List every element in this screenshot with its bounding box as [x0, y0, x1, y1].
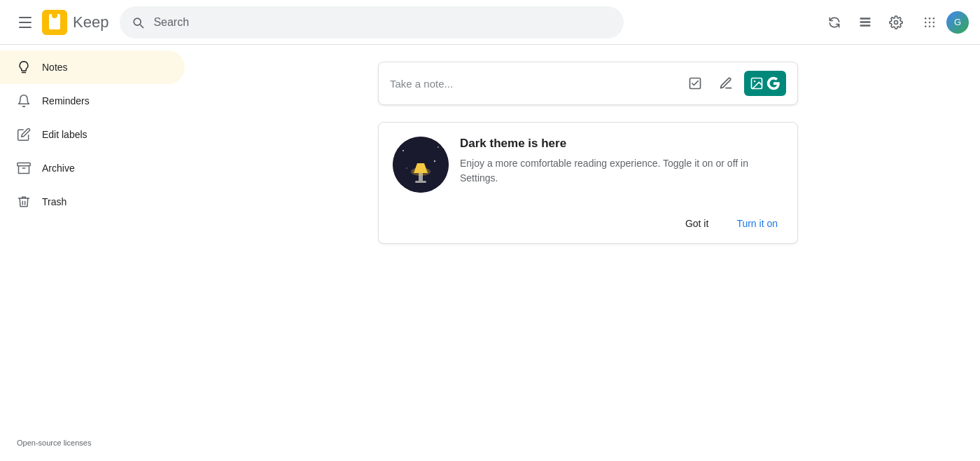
edit-labels-label: Edit labels: [42, 129, 88, 140]
menu-button[interactable]: [11, 8, 39, 36]
app-header: Keep Search: [0, 0, 980, 45]
sidebar-item-archive[interactable]: Archive: [0, 151, 185, 185]
svg-point-20: [754, 81, 756, 83]
svg-point-11: [929, 21, 931, 23]
new-drawing-button[interactable]: [713, 71, 738, 96]
svg-point-24: [434, 160, 435, 162]
note-placeholder: Take a note...: [390, 78, 677, 90]
svg-point-9: [933, 17, 935, 19]
svg-point-22: [402, 150, 404, 151]
svg-rect-28: [415, 181, 426, 183]
svg-point-7: [925, 17, 927, 19]
search-icon: [131, 15, 145, 29]
svg-point-1: [52, 13, 57, 19]
sidebar-item-trash[interactable]: Trash: [0, 185, 185, 219]
dark-theme-card: Dark theme is here Enjoy a more comforta…: [378, 122, 798, 244]
svg-point-14: [929, 25, 931, 27]
card-text: Dark theme is here Enjoy a more comforta…: [460, 137, 783, 193]
header-actions: G: [820, 8, 969, 36]
app-body: Notes Reminders Edit labels: [0, 0, 980, 461]
refresh-icon: [827, 15, 841, 29]
google-apps-button[interactable]: [916, 8, 944, 36]
svg-point-12: [933, 21, 935, 23]
svg-point-15: [933, 25, 935, 27]
settings-button[interactable]: [882, 8, 910, 36]
svg-point-8: [929, 17, 931, 19]
card-content: Dark theme is here Enjoy a more comforta…: [379, 123, 797, 207]
reminders-label: Reminders: [42, 95, 90, 106]
bell-icon: [17, 94, 31, 108]
svg-point-25: [406, 167, 407, 169]
image-icon: [750, 76, 764, 90]
svg-point-29: [411, 167, 430, 176]
edit-icon: [17, 128, 31, 142]
draw-icon: [719, 76, 733, 90]
app-title: Keep: [73, 13, 108, 32]
lightbulb-icon: [17, 60, 31, 74]
list-view-button[interactable]: [851, 8, 879, 36]
got-it-button[interactable]: Got it: [677, 212, 717, 235]
card-description: Enjoy a more comfortable reading experie…: [460, 156, 783, 186]
svg-point-10: [925, 21, 927, 23]
archive-label: Archive: [42, 163, 75, 174]
sidebar-item-notes[interactable]: Notes: [0, 50, 185, 84]
refresh-button[interactable]: [820, 8, 848, 36]
new-list-button[interactable]: [682, 71, 708, 96]
archive-icon: [17, 161, 31, 175]
hamburger-icon: [19, 17, 31, 28]
keep-logo-icon: [42, 10, 67, 35]
search-bar[interactable]: Search: [120, 6, 624, 39]
open-source-link[interactable]: Open-source licenses: [0, 430, 196, 455]
google-icon: [766, 76, 780, 90]
logo-link[interactable]: Keep: [42, 10, 108, 35]
settings-icon: [889, 15, 903, 29]
svg-rect-2: [51, 20, 58, 21]
card-actions: Got it Turn it on: [379, 207, 797, 243]
note-input-bar[interactable]: Take a note...: [378, 62, 798, 105]
svg-rect-3: [51, 22, 57, 24]
checkbox-icon: [688, 76, 702, 90]
sidebar-item-edit-labels[interactable]: Edit labels: [0, 118, 185, 151]
notes-label: Notes: [42, 62, 68, 73]
list-view-icon: [858, 15, 872, 29]
trash-icon: [17, 195, 31, 209]
sidebar-item-reminders[interactable]: Reminders: [0, 84, 185, 118]
avatar[interactable]: G: [946, 11, 969, 34]
svg-point-13: [925, 25, 927, 27]
google-apps-icon: [923, 15, 937, 29]
svg-rect-0: [49, 14, 60, 29]
svg-rect-4: [860, 18, 871, 20]
dark-theme-illustration: [393, 137, 449, 193]
svg-rect-5: [860, 21, 871, 23]
svg-rect-6: [860, 25, 871, 27]
trash-label: Trash: [42, 196, 66, 207]
turn-it-on-button[interactable]: Turn it on: [728, 212, 786, 235]
sidebar-spacer: [0, 219, 196, 430]
search-placeholder: Search: [153, 16, 612, 29]
new-image-button[interactable]: [744, 71, 786, 96]
card-title: Dark theme is here: [460, 137, 783, 151]
svg-rect-16: [18, 163, 30, 166]
main-content: Take a note...: [196, 45, 980, 461]
sidebar: Notes Reminders Edit labels: [0, 45, 196, 461]
svg-point-23: [438, 146, 439, 148]
